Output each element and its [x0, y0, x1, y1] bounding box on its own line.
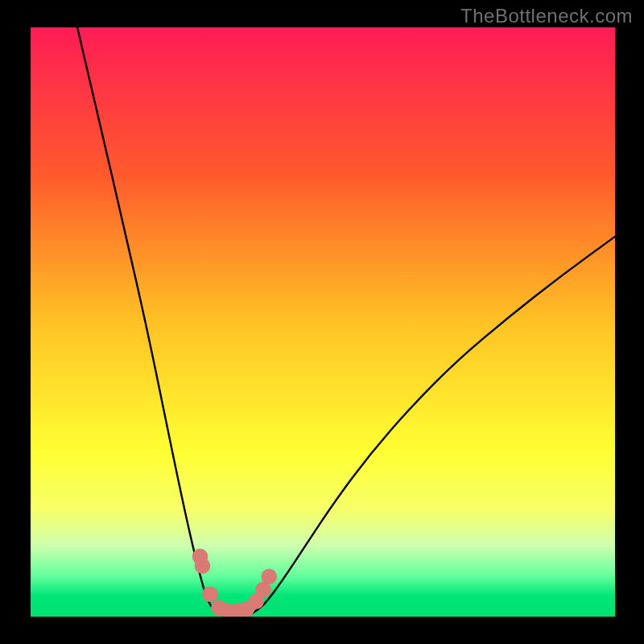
data-marker [202, 586, 218, 602]
chart-frame: TheBottleneck.com [0, 0, 644, 644]
chart-svg [31, 27, 615, 617]
plot-area [31, 27, 615, 617]
data-marker [261, 568, 277, 584]
data-marker [195, 558, 211, 574]
gradient-background [31, 27, 615, 617]
watermark-text: TheBottleneck.com [460, 5, 633, 27]
